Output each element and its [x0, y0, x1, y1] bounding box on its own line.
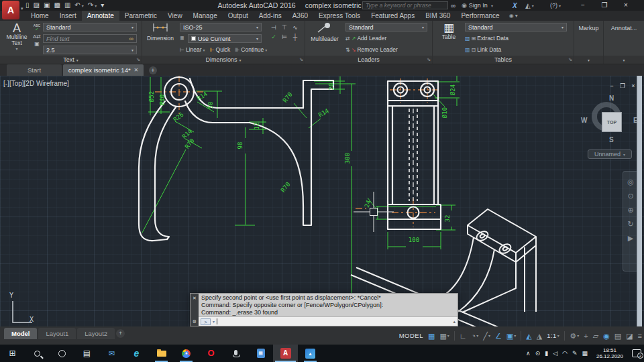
dropdown-caret-icon[interactable]: ▾	[95, 3, 97, 8]
edge-app[interactable]: e	[124, 345, 149, 362]
break-dimension-icon[interactable]: ⊣	[268, 24, 279, 34]
ribbon-tab-parametric[interactable]: Parametric	[119, 11, 162, 21]
zoom-icon[interactable]: ⊕	[627, 206, 633, 214]
continue-dimension-button[interactable]: ⊪Continue▾	[235, 46, 267, 53]
find-text-input[interactable]: Find text∞	[43, 34, 137, 43]
multiline-text-button[interactable]: A Multiline Text ▾	[3, 22, 31, 51]
text-panel-footer[interactable]: Text	[0, 56, 142, 64]
performance-recorder-button[interactable]: ◉▾	[505, 11, 522, 21]
tables-panel-footer[interactable]: Tables	[433, 56, 574, 64]
layout-tab-layout2[interactable]: Layout2	[77, 328, 115, 339]
task-view-button[interactable]: ▤	[74, 345, 99, 362]
new-file-button[interactable]: ▯	[25, 0, 30, 11]
ribbon-tab-featured-apps[interactable]: Featured Apps	[366, 11, 420, 21]
vertical-scrollbar[interactable]	[637, 76, 642, 326]
markup-panel-footer[interactable]	[574, 56, 603, 64]
wrench-icon[interactable]: ⚙	[193, 319, 197, 324]
navigation-wheel-icon[interactable]: ◎	[627, 178, 634, 186]
viewcube-top-face[interactable]: TOP	[602, 112, 622, 132]
tables-dialog-launcher-icon[interactable]	[568, 56, 572, 63]
model-space-button[interactable]: MODEL	[399, 331, 423, 341]
ribbon-tab-insert[interactable]: Insert	[54, 11, 82, 21]
isometric-drafting-toggle[interactable]: ╱▾	[483, 331, 490, 341]
start-button[interactable]: ⊞	[0, 345, 25, 362]
text-dialog-launcher-icon[interactable]	[136, 56, 140, 63]
voice-recorder-app[interactable]	[223, 345, 248, 362]
workspace-switching-button[interactable]: ⚙▾	[570, 331, 579, 341]
tray-app-icon[interactable]: ⊙	[535, 350, 541, 357]
autocad-app[interactable]: A	[273, 345, 298, 362]
text-style-select[interactable]: Standard▾	[43, 23, 137, 32]
search-button[interactable]	[25, 345, 50, 362]
search-icon[interactable]: ∞	[451, 0, 455, 11]
quick-dimension-button[interactable]: ⊩Quick	[210, 46, 231, 53]
add-leader-button[interactable]: ⇄↗Add Leader	[345, 35, 386, 42]
named-view-dropdown[interactable]: Unnamed▾	[588, 149, 632, 159]
minimize-button[interactable]: −	[576, 0, 590, 10]
dimension-style-select[interactable]: ISO-25▾	[180, 23, 262, 32]
mail-app[interactable]: ✉	[99, 345, 124, 362]
viewcube-south[interactable]: S	[609, 136, 614, 143]
command-line-window[interactable]: ✕ ⚙ Specify second point or <use first p…	[190, 293, 458, 326]
ribbon-tab-manage[interactable]: Manage	[188, 11, 223, 21]
object-snap-toggle[interactable]: ▣▾	[506, 331, 516, 341]
grid-display-toggle[interactable]: ▦	[428, 331, 435, 341]
keyboard-icon[interactable]: ▦	[582, 350, 588, 357]
remove-leader-button[interactable]: ⇅↘Remove Leader	[345, 46, 398, 53]
customization-button[interactable]: ≡	[638, 331, 642, 341]
jog-line-icon[interactable]: ∿	[290, 24, 301, 34]
close-icon[interactable]: ✕	[193, 296, 197, 300]
quick-properties-toggle[interactable]: ▱	[593, 331, 598, 341]
annotate-panel-footer[interactable]	[604, 56, 644, 64]
dropdown-caret-icon[interactable]: ▾	[488, 331, 490, 341]
recent-commands-caret-icon[interactable]: ▾	[213, 319, 215, 324]
annotate-panel[interactable]: Annotat...	[604, 21, 644, 64]
dropdown-caret-icon[interactable]: ▾	[82, 3, 84, 8]
viewcube-north[interactable]: N	[609, 95, 614, 102]
command-input-row[interactable]: > ▾ ▴	[199, 316, 458, 326]
app-store-icon[interactable]: ◭▾	[525, 0, 534, 11]
save-as-button[interactable]: ▩	[54, 0, 60, 11]
snap-mode-toggle[interactable]: ▦▾	[439, 331, 449, 341]
cortana-button[interactable]	[50, 345, 74, 362]
viewport-minimize-button[interactable]: −	[607, 82, 616, 89]
search-input[interactable]	[362, 1, 448, 9]
opera-app[interactable]: O	[199, 345, 223, 362]
chevron-down-icon[interactable]: ▾	[491, 3, 493, 8]
start-tab[interactable]: Start	[7, 64, 62, 76]
battery-icon[interactable]: ▮	[545, 350, 548, 357]
photos-app[interactable]: ▲	[298, 345, 323, 362]
annotation-autoscale-toggle[interactable]: ◮	[537, 331, 542, 341]
chevron-down-icon[interactable]: ▾	[623, 152, 625, 157]
pen-icon[interactable]: ✎	[572, 350, 578, 357]
layout-tab-layout1[interactable]: Layout1	[38, 328, 76, 339]
close-button[interactable]: ×	[619, 0, 633, 10]
dimensions-dialog-launcher-icon[interactable]	[299, 56, 303, 63]
dimensions-panel-footer[interactable]: Dimensions	[142, 56, 305, 64]
dropdown-caret-icon[interactable]: ▾	[447, 331, 449, 341]
dimension-layer-select[interactable]: Use Current▾	[188, 34, 262, 43]
isolate-objects-button[interactable]: ◪	[626, 331, 633, 341]
hardware-acceleration-button[interactable]: ◉	[603, 331, 610, 341]
extract-data-button[interactable]: ▧⊞Extract Data	[465, 35, 508, 42]
annotation-monitor-button[interactable]: +	[584, 331, 588, 341]
ribbon-tab-add-ins[interactable]: Add-ins	[254, 11, 287, 21]
leaders-dialog-launcher-icon[interactable]	[427, 56, 431, 63]
viewcube-west[interactable]: W	[581, 117, 587, 124]
ortho-mode-toggle[interactable]: ∟	[460, 331, 467, 341]
viewport-controls[interactable]: [-][Top][2D Wireframe]	[3, 80, 69, 87]
undo-button[interactable]: ↶	[74, 0, 80, 11]
ribbon-tab-view[interactable]: View	[162, 11, 188, 21]
table-button[interactable]: ▦ Table	[435, 22, 462, 40]
open-file-button[interactable]: ▨	[34, 0, 40, 11]
chevron-down-icon[interactable]: ▾	[3, 46, 31, 51]
exchange-apps-icon[interactable]: X	[513, 0, 517, 11]
layout-tab-model[interactable]: Model	[4, 328, 37, 339]
application-menu-button[interactable]: A	[2, 1, 19, 19]
redo-button[interactable]: ↷	[88, 0, 93, 11]
hidden-icons-button[interactable]: ∧	[526, 350, 531, 357]
inspect-icon[interactable]: ✓	[268, 34, 279, 43]
annotation-visibility-toggle[interactable]: ◭	[526, 331, 531, 341]
showmotion-icon[interactable]: ▶	[628, 234, 633, 242]
dimension-button[interactable]: Dimension	[144, 22, 176, 42]
